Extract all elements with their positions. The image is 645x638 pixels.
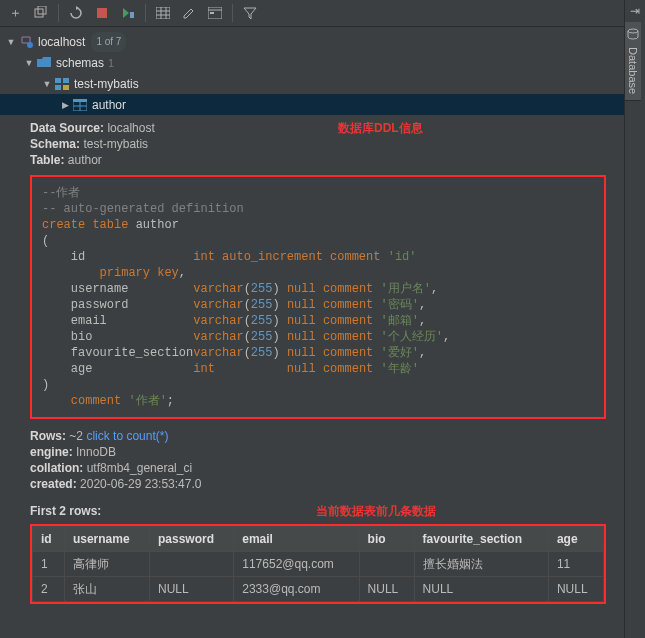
table-row[interactable]: 1高律师117652@qq.com擅长婚姻法11 (33, 552, 604, 577)
refresh-button[interactable] (65, 2, 87, 24)
svg-point-13 (27, 42, 33, 48)
table-cell[interactable]: NULL (548, 577, 603, 602)
svg-rect-4 (156, 7, 170, 19)
meta-rows: Rows: ~2 click to count(*) (30, 429, 606, 443)
table-header[interactable]: username (64, 527, 149, 552)
chevron-down-icon: ▼ (6, 32, 16, 52)
right-tool-tabs: ⇥ Database (624, 0, 645, 638)
svg-rect-11 (210, 12, 214, 14)
svg-rect-3 (130, 12, 134, 18)
hide-tool-icon[interactable]: ⇥ (625, 0, 645, 22)
table-cell[interactable] (359, 552, 414, 577)
preview-table[interactable]: idusernamepasswordemailbiofavourite_sect… (32, 526, 604, 602)
table-header[interactable]: id (33, 527, 65, 552)
count-link[interactable]: click to count(*) (86, 429, 168, 443)
tree-node-label: localhost (38, 32, 85, 52)
table-cell[interactable] (150, 552, 234, 577)
preview-title: First 2 rows: (30, 504, 101, 518)
meta-schema: Schema: test-mybatis (30, 137, 155, 151)
table-icon (72, 97, 88, 113)
preview-table-container: idusernamepasswordemailbiofavourite_sect… (30, 524, 606, 604)
duplicate-button[interactable] (30, 2, 52, 24)
table-header[interactable]: password (150, 527, 234, 552)
add-button[interactable]: ＋ (4, 2, 26, 24)
table-row[interactable]: 2张山NULL2333@qq.comNULLNULLNULL (33, 577, 604, 602)
object-info-panel: Data Source: localhost Schema: test-myba… (30, 119, 606, 604)
table-header[interactable]: bio (359, 527, 414, 552)
meta-engine: engine: InnoDB (30, 445, 606, 459)
svg-rect-0 (35, 9, 43, 17)
meta-collation: collation: utf8mb4_general_ci (30, 461, 606, 475)
table-header[interactable]: email (234, 527, 359, 552)
annotation-preview: 当前数据表前几条数据 (316, 503, 436, 520)
tree-node-datasource[interactable]: ▼ localhost 1 of 7 (0, 31, 645, 52)
table-cell[interactable]: 擅长婚姻法 (414, 552, 548, 577)
chevron-down-icon: ▼ (42, 74, 52, 94)
database-tool-tab[interactable]: Database (625, 22, 641, 101)
database-tree: ▼ localhost 1 of 7 ▼ schemas 1 ▼ test-my… (0, 27, 645, 115)
table-cell[interactable]: 2 (33, 577, 65, 602)
table-cell[interactable]: 1 (33, 552, 65, 577)
table-cell[interactable]: 2333@qq.com (234, 577, 359, 602)
table-cell[interactable]: NULL (359, 577, 414, 602)
chevron-right-icon: ▶ (60, 95, 70, 115)
toolbar: ＋ (0, 0, 645, 27)
table-header[interactable]: age (548, 527, 603, 552)
edit-button[interactable] (178, 2, 200, 24)
table-cell[interactable]: NULL (150, 577, 234, 602)
meta-created: created: 2020-06-29 23:53:47.0 (30, 477, 606, 491)
datasource-icon (18, 34, 34, 50)
table-cell[interactable]: 117652@qq.com (234, 552, 359, 577)
svg-rect-17 (63, 85, 69, 90)
tree-node-count: 1 of 7 (91, 32, 126, 52)
tree-node-count: 1 (108, 53, 114, 73)
table-header[interactable]: favourite_section (414, 527, 548, 552)
tree-node-label: test-mybatis (74, 74, 139, 94)
annotation-ddl: 数据库DDL信息 (155, 120, 606, 137)
table-header-row: idusernamepasswordemailbiofavourite_sect… (33, 527, 604, 552)
tree-node-schema[interactable]: ▼ test-mybatis (0, 73, 645, 94)
table-cell[interactable]: 11 (548, 552, 603, 577)
meta-data-source: Data Source: localhost (30, 121, 155, 135)
filter-button[interactable] (239, 2, 261, 24)
svg-rect-16 (55, 85, 61, 90)
stop-button[interactable] (91, 2, 113, 24)
tree-node-table[interactable]: ▶ author (0, 94, 645, 115)
form-view-button[interactable] (204, 2, 226, 24)
svg-rect-2 (97, 8, 107, 18)
tree-node-schemas[interactable]: ▼ schemas 1 (0, 52, 645, 73)
run-button[interactable] (117, 2, 139, 24)
svg-rect-1 (38, 6, 46, 14)
folder-icon (36, 55, 52, 71)
chevron-down-icon: ▼ (24, 53, 34, 73)
table-cell[interactable]: 张山 (64, 577, 149, 602)
tree-node-label: author (92, 95, 126, 115)
ddl-definition[interactable]: --作者 -- auto-generated definition create… (30, 175, 606, 419)
table-view-button[interactable] (152, 2, 174, 24)
meta-table: Table: author (30, 153, 155, 167)
schema-icon (54, 76, 70, 92)
table-cell[interactable]: NULL (414, 577, 548, 602)
svg-rect-15 (63, 78, 69, 83)
svg-rect-14 (55, 78, 61, 83)
tree-node-label: schemas (56, 53, 104, 73)
table-cell[interactable]: 高律师 (64, 552, 149, 577)
svg-point-12 (628, 29, 638, 33)
